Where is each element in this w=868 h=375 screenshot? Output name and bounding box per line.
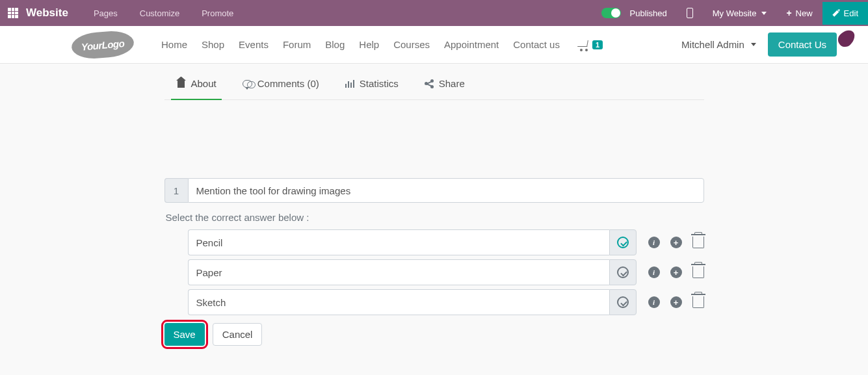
cancel-button[interactable]: Cancel — [213, 323, 263, 346]
answer-delete-3[interactable] — [692, 296, 704, 308]
bar-chart-icon — [345, 80, 354, 88]
user-name: Mitchell Admin — [681, 39, 744, 50]
published-label: Published — [630, 8, 667, 18]
menu-promote[interactable]: Promote — [192, 2, 243, 25]
answer-correct-toggle-1[interactable] — [609, 229, 637, 255]
info-icon: i — [648, 296, 660, 308]
question-input[interactable] — [188, 178, 704, 203]
plus-circle-icon: + — [670, 237, 682, 248]
edit-button[interactable]: Edit — [822, 2, 868, 25]
toggle-on-icon — [601, 8, 621, 18]
plus-circle-icon: + — [670, 296, 682, 308]
nav-blog[interactable]: Blog — [319, 34, 351, 55]
cart-icon — [578, 40, 590, 49]
home-icon — [176, 80, 186, 88]
top-bar: Website Pages Customize Promote Publishe… — [0, 0, 868, 26]
answer-add-2[interactable]: + — [670, 266, 682, 278]
logo-text-1: Your — [81, 39, 102, 52]
answer-input-3[interactable] — [188, 289, 609, 315]
share-icon — [425, 79, 434, 88]
chevron-down-icon — [761, 12, 767, 15]
check-circle-icon — [617, 266, 629, 278]
answer-info-1[interactable]: i — [648, 237, 660, 248]
nav-forum[interactable]: Forum — [276, 34, 317, 55]
user-menu[interactable]: Mitchell Admin — [681, 39, 756, 50]
main-content: About Comments (0) Statistics Share 1 Se… — [164, 64, 704, 346]
plus-icon: + — [786, 8, 791, 18]
my-website-dropdown[interactable]: My Website — [703, 2, 777, 25]
nav-appointment[interactable]: Appointment — [438, 34, 505, 55]
plus-circle-icon: + — [670, 266, 682, 278]
answer-delete-2[interactable] — [692, 266, 704, 278]
comments-icon — [243, 80, 252, 88]
contact-us-button[interactable]: Contact Us — [768, 32, 837, 57]
nav-help[interactable]: Help — [352, 34, 386, 55]
trash-icon — [692, 266, 704, 278]
nav-courses[interactable]: Courses — [387, 34, 436, 55]
question-row: 1 — [164, 178, 704, 203]
nav-contact[interactable]: Contact us — [506, 34, 566, 55]
site-header: YourLogo Home Shop Events Forum Blog Hel… — [0, 26, 868, 64]
tab-share-label: Share — [439, 78, 465, 89]
tab-statistics[interactable]: Statistics — [345, 78, 399, 92]
apps-icon[interactable] — [8, 8, 18, 18]
answer-hint: Select the correct answer below : — [166, 212, 704, 223]
trash-icon — [692, 296, 704, 308]
my-website-label: My Website — [713, 8, 757, 18]
tab-share[interactable]: Share — [425, 78, 465, 92]
tab-statistics-label: Statistics — [360, 78, 399, 89]
app-title[interactable]: Website — [26, 6, 81, 19]
new-button[interactable]: + New — [776, 1, 822, 25]
nav-shop[interactable]: Shop — [195, 34, 231, 55]
published-toggle[interactable]: Published — [592, 1, 677, 25]
answer-info-3[interactable]: i — [648, 296, 660, 308]
info-icon: i — [648, 266, 660, 278]
tab-bar: About Comments (0) Statistics Share — [164, 78, 704, 100]
chevron-down-icon — [751, 43, 756, 46]
cart-button[interactable]: 1 — [578, 40, 603, 49]
menu-pages[interactable]: Pages — [84, 2, 127, 25]
site-logo[interactable]: YourLogo — [72, 32, 143, 58]
answer-row: i + — [188, 259, 704, 285]
question-number: 1 — [164, 178, 188, 203]
new-label: New — [796, 8, 813, 18]
answer-correct-toggle-2[interactable] — [609, 259, 637, 285]
answer-row: i + — [188, 229, 704, 255]
pencil-icon — [830, 8, 841, 19]
check-circle-icon — [617, 237, 629, 248]
answer-correct-toggle-3[interactable] — [609, 289, 637, 315]
nav-home[interactable]: Home — [155, 34, 194, 55]
answer-delete-1[interactable] — [692, 237, 704, 248]
tab-comments-label: Comments (0) — [257, 78, 319, 89]
mobile-preview-button[interactable] — [677, 1, 703, 25]
answer-row: i + — [188, 289, 704, 315]
trash-icon — [692, 237, 704, 248]
answer-add-1[interactable]: + — [670, 237, 682, 248]
answer-input-1[interactable] — [188, 229, 609, 255]
answer-add-3[interactable]: + — [670, 296, 682, 308]
tab-about[interactable]: About — [176, 78, 217, 92]
menu-customize[interactable]: Customize — [130, 2, 189, 25]
check-circle-icon — [617, 296, 629, 308]
tab-comments[interactable]: Comments (0) — [243, 78, 319, 92]
main-nav: Home Shop Events Forum Blog Help Courses… — [155, 34, 566, 55]
logo-icon: YourLogo — [70, 29, 135, 60]
tab-about-label: About — [191, 78, 217, 89]
save-button[interactable]: Save — [164, 323, 205, 346]
mobile-icon — [687, 8, 693, 18]
info-icon: i — [648, 237, 660, 248]
answer-input-2[interactable] — [188, 259, 609, 285]
edit-label: Edit — [844, 8, 858, 18]
nav-events[interactable]: Events — [232, 34, 275, 55]
cart-count-badge: 1 — [592, 40, 603, 49]
answer-info-2[interactable]: i — [648, 266, 660, 278]
theme-drop-icon[interactable] — [835, 27, 858, 49]
logo-text-2: Logo — [101, 37, 125, 50]
